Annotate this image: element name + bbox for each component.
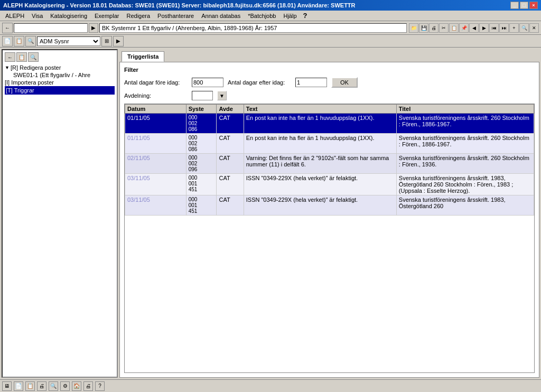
table-row[interactable]: 02/11/05000 002 096CATVarning: Det finns…: [125, 154, 534, 174]
toolbar-back-btn[interactable]: ←: [2, 23, 13, 33]
toolbar2-icon3[interactable]: 🔍: [25, 36, 36, 46]
tree-btn-search[interactable]: 🔍: [28, 52, 39, 62]
status-icon-8[interactable]: 🖨: [83, 381, 93, 391]
menu-batchjobb[interactable]: *Batchjobb: [245, 12, 279, 20]
toolbar-icon-last[interactable]: ✕: [529, 23, 539, 33]
location-bar: BK Systemnr 1 Ett flygarliv / (Ahrenberg…: [99, 23, 407, 33]
close-button[interactable]: ×: [529, 2, 538, 9]
toolbar-icon-12[interactable]: 🔍: [519, 23, 529, 33]
status-icon-5[interactable]: 🔍: [49, 381, 58, 391]
toolbar-icon-8[interactable]: ▶: [479, 23, 489, 33]
data-table-wrapper: Datum Syste Avde Text Titel 01/11/05000 …: [124, 104, 535, 373]
right-panel: Triggerlista Filter Antal dagar före ida…: [119, 49, 539, 378]
days-before-input[interactable]: [192, 78, 223, 87]
cell-titel: Svenska turistföreningens årsskrift. 198…: [396, 174, 534, 195]
menu-bar: ALEPH Visa Katalogisering Exemplar Redig…: [0, 11, 541, 21]
toolbar-icon-11[interactable]: +: [509, 23, 519, 33]
app-title: ALEPH Katalogisering - Version 18.01 Dat…: [3, 2, 356, 8]
cell-avde: CAT: [217, 134, 244, 154]
cell-text: En post kan inte ha fler än 1 huvuduppsl…: [244, 134, 396, 154]
cell-system: 000 001 451: [186, 174, 217, 195]
menu-aleph[interactable]: ALEPH: [2, 12, 27, 20]
toolbar-input[interactable]: [14, 23, 88, 33]
avdelning-row: Avdelning: ▼: [124, 91, 535, 100]
col-text: Text: [244, 105, 396, 114]
status-icon-1[interactable]: 🖥: [2, 381, 12, 391]
main-layout: ← 📋 🔍 ▼ [R] Redigera poster SWE01-1 (Ett…: [0, 48, 541, 379]
tabs-row: Triggerlista: [119, 49, 539, 62]
days-after-label: Antal dagar efter idag:: [228, 79, 291, 86]
menu-annan-databas[interactable]: Annan databas: [198, 12, 244, 20]
tab-triggerlista[interactable]: Triggerlista: [122, 51, 164, 62]
status-icon-3[interactable]: 📋: [25, 381, 35, 391]
avdelning-dropdown-btn[interactable]: ▼: [217, 91, 227, 100]
avdelning-label: Avdelning:: [124, 92, 188, 99]
toolbar-icon-5[interactable]: 📋: [449, 23, 459, 33]
avdelning-input[interactable]: [192, 91, 213, 100]
menu-katalogisering[interactable]: Katalogisering: [47, 12, 90, 20]
cell-text: ISSN "0349-229X (hela verket)" är felakt…: [244, 195, 396, 216]
menu-posthanterare[interactable]: Posthanterare: [154, 12, 197, 20]
cell-avde: CAT: [217, 154, 244, 174]
toolbar2-expand[interactable]: ⊞: [101, 36, 112, 46]
toolbar-icon-1[interactable]: 📁: [409, 23, 418, 33]
filter-section: Filter Antal dagar före idag: Antal daga…: [124, 67, 535, 100]
toolbar-icon-7[interactable]: ◀: [469, 23, 479, 33]
menu-visa[interactable]: Visa: [29, 12, 46, 20]
menu-help-icon[interactable]: ?: [301, 12, 310, 20]
minimize-button[interactable]: _: [510, 2, 519, 9]
table-row[interactable]: 03/11/05000 001 451CATISSN "0349-229X (h…: [125, 195, 534, 216]
toolbar2-nav-right[interactable]: ▶: [113, 36, 124, 46]
days-after-input[interactable]: [295, 78, 327, 87]
filter-title: Filter: [124, 67, 535, 73]
tree-item-redigera[interactable]: ▼ [R] Redigera poster: [5, 64, 115, 71]
toolbar2-icon2[interactable]: 📋: [14, 36, 24, 46]
toolbar2-icon1[interactable]: 📄: [2, 36, 13, 46]
cell-system: 000 002 096: [186, 154, 217, 174]
status-icon-2[interactable]: 📄: [14, 381, 23, 391]
data-table: Datum Syste Avde Text Titel 01/11/05000 …: [125, 104, 534, 216]
col-titel: Titel: [396, 105, 534, 114]
cell-text: ISSN "0349-229X (hela verket)" är felakt…: [244, 174, 396, 195]
toolbar-icon-4[interactable]: ✂: [439, 23, 449, 33]
cell-datum: 02/11/05: [125, 154, 186, 174]
toolbar-row-2: 📄 📋 🔍 ADM Sysnr ⊞ ▶: [0, 35, 541, 48]
filter-row-days: Antal dagar före idag: Antal dagar efter…: [124, 77, 535, 88]
days-before-label: Antal dagar före idag:: [124, 79, 188, 86]
maximize-button[interactable]: □: [520, 2, 528, 9]
cell-datum: 01/11/05: [125, 114, 186, 134]
cell-system: 000 002 086: [186, 134, 217, 154]
menu-exemplar[interactable]: Exemplar: [91, 12, 122, 20]
tree-toolbar: ← 📋 🔍: [5, 52, 115, 62]
tree-label-swe01: SWE01-1 (Ett flygarliv / - Ahre: [13, 72, 90, 78]
toolbar-nav-right[interactable]: ▶: [89, 23, 98, 33]
table-row[interactable]: 01/11/05000 002 086CATEn post kan inte h…: [125, 114, 534, 134]
toolbar-icon-2[interactable]: 💾: [419, 23, 428, 33]
left-panel: ← 📋 🔍 ▼ [R] Redigera poster SWE01-1 (Ett…: [2, 49, 118, 378]
menu-hjalp[interactable]: Hjälp: [280, 12, 300, 20]
window-controls[interactable]: _ □ ×: [510, 2, 538, 9]
tree-item-triggrar[interactable]: [T] Triggrar: [5, 86, 115, 95]
tree-btn-back[interactable]: ←: [5, 52, 15, 62]
table-row[interactable]: 03/11/05000 001 451CATISSN "0349-229X (h…: [125, 174, 534, 195]
status-icon-6[interactable]: ⚙: [60, 381, 70, 391]
status-icon-9[interactable]: ?: [95, 381, 105, 391]
adm-sysnr-dropdown[interactable]: ADM Sysnr: [37, 36, 100, 46]
tree-item-swe01[interactable]: SWE01-1 (Ett flygarliv / - Ahre: [13, 71, 115, 79]
ok-button[interactable]: OK: [331, 77, 358, 88]
tree-label-importera: [I] Importera poster: [5, 79, 54, 86]
cell-titel: Svenska turistföreningens årsskrift. 260…: [396, 114, 534, 134]
menu-redigera[interactable]: Redigera: [123, 12, 153, 20]
toolbar-icon-10[interactable]: ⏭: [499, 23, 509, 33]
toolbar-icon-3[interactable]: 🖨: [429, 23, 439, 33]
tree-btn-copy[interactable]: 📋: [16, 52, 27, 62]
status-icon-4[interactable]: 🖨: [37, 381, 46, 391]
col-syste: Syste: [186, 105, 217, 114]
col-avde: Avde: [217, 105, 244, 114]
table-row[interactable]: 01/11/05000 002 086CATEn post kan inte h…: [125, 134, 534, 154]
toolbar-icon-6[interactable]: 📌: [459, 23, 469, 33]
toolbar-icon-9[interactable]: ⏮: [489, 23, 499, 33]
cell-titel: Svenska turistföreningens årsskrift. 260…: [396, 154, 534, 174]
tree-item-importera[interactable]: [I] Importera poster: [5, 79, 115, 86]
status-icon-7[interactable]: 🏠: [72, 381, 81, 391]
